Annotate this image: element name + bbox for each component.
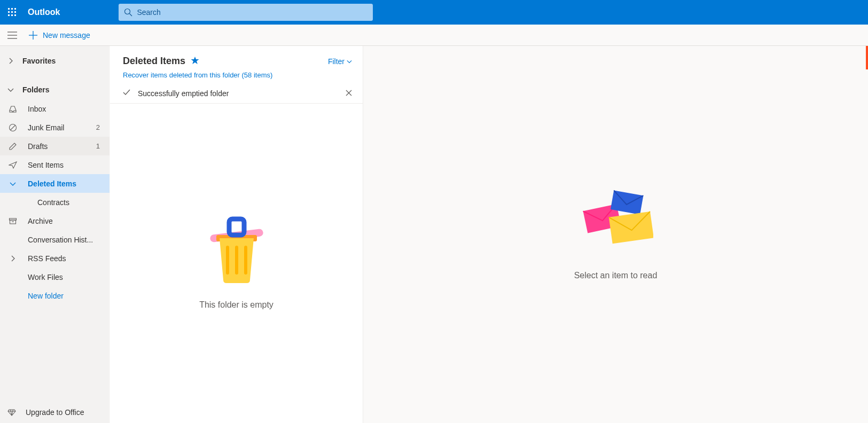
notification-text: Successfully emptied folder — [138, 89, 338, 98]
blocked-icon — [7, 123, 18, 132]
empty-state: This folder is empty — [110, 104, 363, 423]
sidebar-item-deleted[interactable]: Deleted Items — [0, 174, 110, 193]
diamond-icon — [7, 408, 16, 417]
search-input[interactable] — [132, 4, 373, 21]
hamburger-icon — [7, 32, 17, 39]
new-folder-label: New folder — [28, 292, 110, 300]
folders-header[interactable]: Folders — [0, 80, 110, 99]
sidebar-item-conversation-history[interactable]: Conversation Hist... — [0, 230, 110, 249]
recover-deleted-link[interactable]: Recover items deleted from this folder (… — [123, 71, 352, 79]
toolbar: New message — [0, 25, 868, 46]
svg-rect-7 — [11, 14, 13, 16]
sidebar-item-workfiles[interactable]: Work Files — [0, 268, 110, 286]
svg-rect-0 — [8, 8, 10, 10]
sidebar-item-junk[interactable]: Junk Email 2 — [0, 118, 110, 137]
sidebar-spacer — [0, 305, 110, 402]
svg-rect-29 — [235, 246, 238, 275]
inbox-icon — [7, 105, 18, 113]
envelopes-illustration — [578, 189, 653, 247]
svg-rect-4 — [11, 11, 13, 13]
sidebar: Favorites Folders Inbox Junk Email 2 Dra… — [0, 46, 110, 423]
send-icon — [7, 161, 18, 169]
folders-label: Folders — [22, 85, 50, 94]
sidebar-item-label: Conversation Hist... — [28, 236, 110, 244]
sidebar-item-label: Deleted Items — [28, 179, 110, 188]
waffle-icon — [8, 8, 17, 17]
nav-toggle-button[interactable] — [0, 32, 25, 39]
pencil-icon — [7, 142, 18, 151]
favorite-star-button[interactable] — [191, 56, 199, 67]
svg-rect-6 — [8, 14, 10, 16]
main-layout: Favorites Folders Inbox Junk Email 2 Dra… — [0, 46, 868, 423]
filter-button[interactable]: Filter — [328, 57, 352, 66]
star-icon — [191, 56, 199, 65]
svg-rect-8 — [14, 14, 16, 16]
empty-text: This folder is empty — [199, 300, 273, 310]
sidebar-item-drafts[interactable]: Drafts 1 — [0, 137, 110, 155]
chevron-right-icon — [7, 255, 18, 262]
notification-close-button[interactable] — [346, 89, 352, 98]
reading-pane: Select an item to read — [363, 46, 868, 423]
close-icon — [346, 90, 352, 96]
sidebar-item-label: RSS Feeds — [28, 254, 110, 263]
message-list-pane: Deleted Items Filter Recover items delet… — [110, 46, 363, 423]
archive-icon — [7, 217, 18, 225]
favorites-header[interactable]: Favorites — [0, 51, 110, 70]
search-box[interactable] — [119, 4, 373, 21]
new-message-button[interactable]: New message — [25, 31, 95, 40]
svg-rect-5 — [14, 11, 16, 13]
upgrade-label: Upgrade to Office — [26, 408, 84, 417]
new-folder-button[interactable]: New folder — [0, 286, 110, 305]
sidebar-item-label: Archive — [28, 217, 110, 225]
svg-rect-2 — [14, 8, 16, 10]
new-message-label: New message — [43, 31, 90, 40]
sidebar-item-archive[interactable]: Archive — [0, 212, 110, 230]
chevron-down-icon — [7, 87, 14, 93]
notification-bar: Successfully emptied folder — [110, 83, 363, 104]
sidebar-item-label: Work Files — [28, 273, 110, 281]
list-header: Deleted Items Filter Recover items delet… — [110, 46, 363, 83]
sidebar-item-label: Junk Email — [28, 123, 96, 132]
plus-icon — [29, 31, 37, 40]
svg-line-17 — [11, 125, 15, 130]
sidebar-item-contracts[interactable]: Contracts — [0, 193, 110, 212]
chevron-down-icon — [347, 59, 352, 64]
svg-rect-30 — [244, 246, 247, 275]
app-name[interactable]: Outlook — [28, 7, 60, 17]
check-icon — [123, 89, 130, 98]
app-launcher-button[interactable] — [0, 0, 25, 25]
sidebar-item-label: Drafts — [28, 142, 96, 151]
sidebar-item-label: Contracts — [37, 198, 110, 207]
sidebar-item-rss[interactable]: RSS Feeds — [0, 249, 110, 268]
filter-label: Filter — [328, 57, 345, 66]
chevron-right-icon — [7, 58, 14, 64]
accent-strip — [866, 46, 868, 69]
svg-line-10 — [130, 14, 132, 17]
sidebar-item-count: 1 — [96, 142, 100, 150]
folder-title: Deleted Items — [123, 56, 185, 67]
svg-rect-31 — [229, 219, 244, 235]
search-icon — [124, 8, 132, 17]
sidebar-item-label: Sent Items — [28, 161, 110, 169]
chevron-down-icon — [7, 181, 18, 187]
reading-placeholder-text: Select an item to read — [574, 271, 658, 280]
svg-point-9 — [125, 9, 130, 14]
sidebar-item-count: 2 — [96, 123, 100, 131]
sidebar-item-sent[interactable]: Sent Items — [0, 155, 110, 174]
sidebar-item-inbox[interactable]: Inbox — [0, 99, 110, 118]
svg-rect-1 — [11, 8, 13, 10]
title-bar: Outlook — [0, 0, 868, 25]
svg-rect-28 — [226, 246, 229, 275]
upgrade-button[interactable]: Upgrade to Office — [0, 402, 110, 423]
sidebar-item-label: Inbox — [28, 105, 110, 113]
svg-rect-3 — [8, 11, 10, 13]
trash-illustration — [205, 216, 269, 285]
favorites-label: Favorites — [22, 57, 56, 65]
